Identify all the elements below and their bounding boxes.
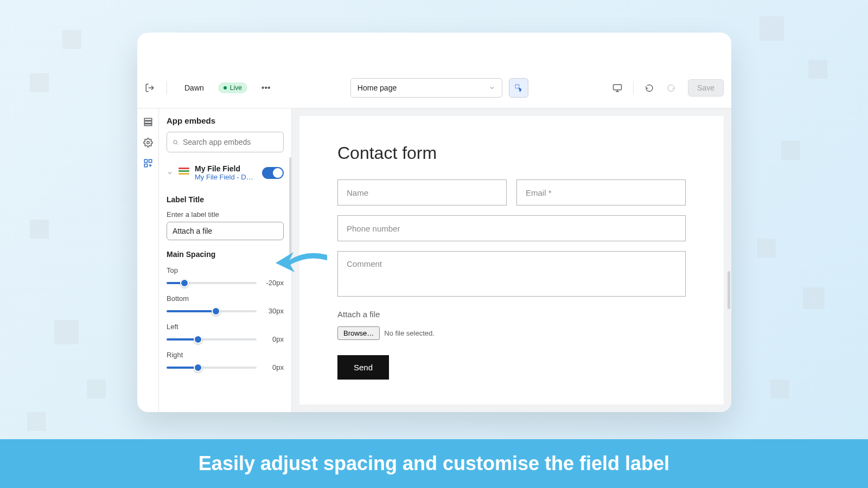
desktop-view-button[interactable] bbox=[608, 79, 627, 97]
name-field[interactable]: Name bbox=[337, 179, 507, 206]
embed-toggle[interactable] bbox=[262, 167, 284, 179]
svg-line-14 bbox=[177, 143, 178, 144]
slider-label: Top bbox=[167, 266, 284, 274]
sidebar-title: App embeds bbox=[159, 116, 291, 132]
svg-rect-6 bbox=[144, 124, 152, 126]
left-rail bbox=[137, 108, 159, 412]
svg-point-7 bbox=[146, 142, 149, 144]
slider-value: 0px bbox=[261, 363, 284, 371]
slider-label: Right bbox=[167, 351, 284, 359]
callout-arrow-icon bbox=[273, 239, 333, 287]
embed-name: My File Field bbox=[195, 164, 257, 173]
app-window: Dawn Live ••• Home page Save bbox=[137, 33, 731, 412]
redo-button[interactable] bbox=[662, 79, 680, 97]
sections-icon[interactable] bbox=[143, 117, 153, 127]
search-field[interactable] bbox=[183, 138, 278, 146]
status-badge: Live bbox=[218, 82, 247, 93]
svg-point-13 bbox=[174, 140, 177, 143]
topbar: Dawn Live ••• Home page Save bbox=[137, 68, 731, 108]
undo-button[interactable] bbox=[640, 79, 659, 97]
phone-field[interactable]: Phone number bbox=[337, 215, 686, 241]
undo-icon bbox=[645, 84, 654, 92]
exit-icon[interactable] bbox=[145, 83, 155, 93]
spacing-slider[interactable] bbox=[167, 310, 257, 312]
svg-rect-9 bbox=[149, 159, 151, 162]
field-hint: Enter a label title bbox=[159, 208, 291, 222]
form-title: Contact form bbox=[337, 143, 686, 163]
settings-icon[interactable] bbox=[143, 138, 153, 147]
svg-rect-5 bbox=[144, 121, 152, 124]
spacing-slider[interactable] bbox=[167, 282, 257, 284]
preview-canvas: Contact form Name Email * Phone number C… bbox=[299, 116, 724, 404]
slider-value: 0px bbox=[261, 335, 284, 343]
section-label-title: Label Title bbox=[159, 185, 291, 208]
inspect-button[interactable] bbox=[509, 78, 528, 98]
attach-label: Attach a file bbox=[337, 310, 686, 319]
theme-name: Dawn bbox=[184, 84, 204, 92]
app-embeds-icon[interactable] bbox=[143, 158, 153, 168]
caption-text: Easily adjust spacing and customise the … bbox=[199, 452, 669, 475]
label-title-input[interactable]: Attach a file bbox=[167, 222, 284, 240]
file-status: No file selected. bbox=[384, 329, 435, 337]
embed-subtitle: My File Field - Develop… bbox=[195, 173, 257, 181]
browse-button[interactable]: Browse… bbox=[337, 326, 380, 340]
sidebar: App embeds My File Field My File Field -… bbox=[159, 108, 292, 412]
spacing-slider[interactable] bbox=[167, 367, 257, 369]
comment-field[interactable]: Comment bbox=[337, 251, 686, 297]
section-main-spacing: Main Spacing bbox=[159, 240, 291, 263]
slider-value: 30px bbox=[261, 307, 284, 315]
redo-icon bbox=[667, 84, 675, 92]
save-button[interactable]: Save bbox=[688, 79, 724, 97]
chevron-down-icon bbox=[489, 85, 495, 91]
search-input[interactable] bbox=[167, 132, 284, 152]
page-selector[interactable]: Home page bbox=[350, 78, 502, 98]
chevron-down-icon bbox=[167, 170, 173, 176]
embed-item[interactable]: My File Field My File Field - Develop… bbox=[159, 160, 291, 185]
svg-rect-8 bbox=[144, 159, 147, 162]
svg-rect-1 bbox=[614, 85, 622, 90]
slider-label: Bottom bbox=[167, 294, 284, 303]
send-button[interactable]: Send bbox=[337, 355, 389, 380]
page-selector-label: Home page bbox=[358, 84, 397, 92]
email-field[interactable]: Email * bbox=[516, 179, 686, 206]
app-icon bbox=[178, 168, 189, 178]
search-icon bbox=[173, 138, 178, 146]
svg-rect-10 bbox=[144, 164, 147, 167]
preview-pane: Contact form Name Email * Phone number C… bbox=[292, 108, 731, 412]
more-icon[interactable]: ••• bbox=[261, 83, 271, 93]
caption-bar: Easily adjust spacing and customise the … bbox=[0, 439, 868, 488]
desktop-icon bbox=[612, 83, 622, 93]
svg-rect-4 bbox=[144, 118, 152, 120]
slider-label: Left bbox=[167, 323, 284, 331]
spacing-slider[interactable] bbox=[167, 338, 257, 341]
cursor-icon bbox=[514, 84, 523, 92]
